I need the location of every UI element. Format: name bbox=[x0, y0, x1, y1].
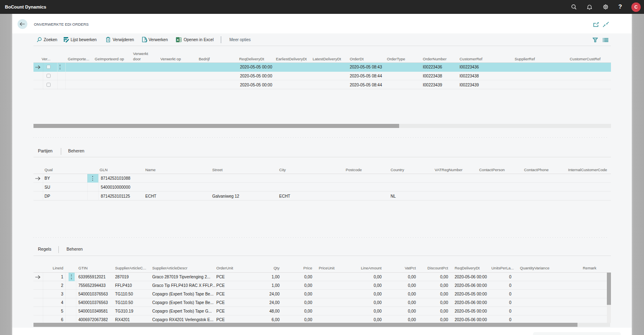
svg-text:X: X bbox=[176, 38, 179, 42]
